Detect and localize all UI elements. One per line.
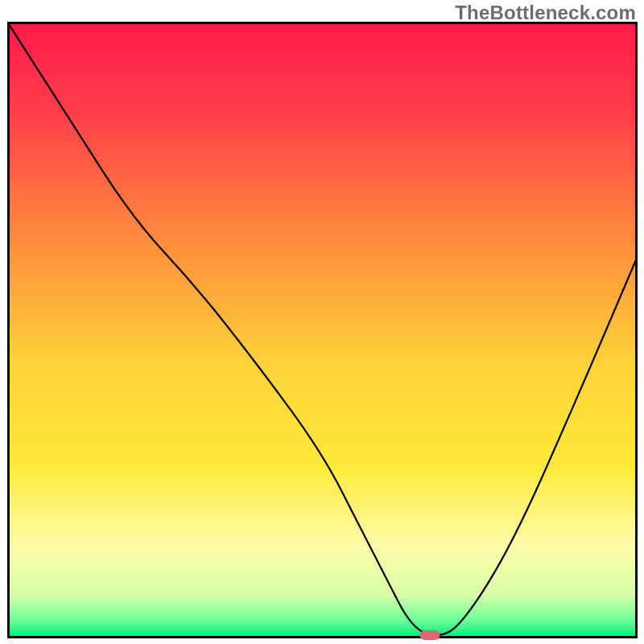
chart-svg [7,22,638,638]
watermark-label: TheBottleneck.com [455,2,636,24]
gradient-background [7,22,638,638]
optimal-marker [419,630,440,640]
chart-frame: TheBottleneck.com [0,0,644,644]
